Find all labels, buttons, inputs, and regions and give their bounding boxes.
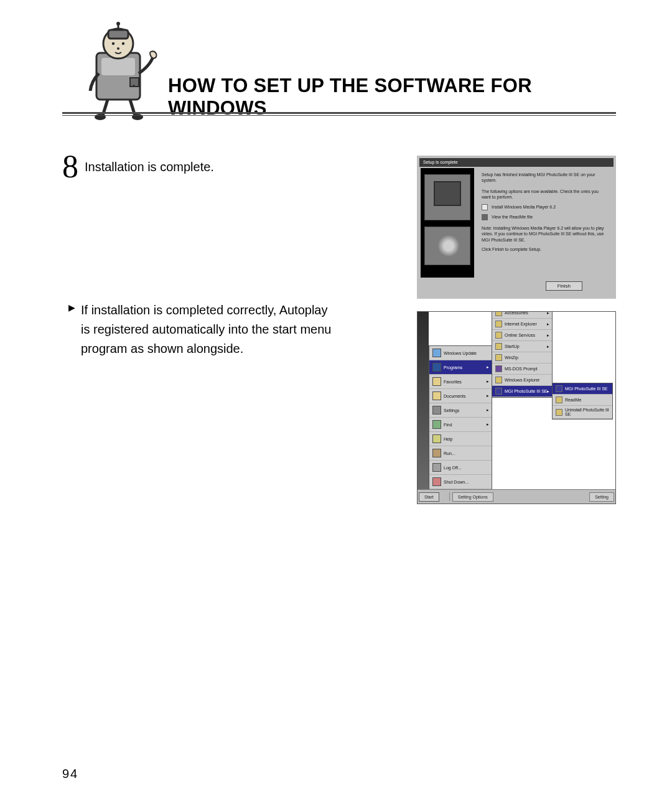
quicklaunch-sep bbox=[444, 492, 450, 501]
programs-icon bbox=[432, 363, 441, 372]
svg-point-7 bbox=[116, 22, 120, 26]
mascot-illustration bbox=[72, 19, 165, 121]
start-menu-screenshot: Windows Update Programs ▸ Favorites ▸ Do… bbox=[417, 311, 616, 504]
programs-sub-item[interactable]: WinZip bbox=[492, 352, 552, 363]
programs-sub-item[interactable]: Accessories▸ bbox=[492, 311, 552, 319]
folder-icon bbox=[495, 354, 502, 361]
note-block: ▶ If installation is completed correctly… bbox=[62, 301, 336, 358]
app-icon bbox=[495, 388, 502, 395]
gear-icon bbox=[432, 406, 441, 415]
search-icon bbox=[432, 420, 441, 429]
dialog-finish-hint: Click Finish to complete Setup. bbox=[482, 246, 607, 252]
start-item-shutdown[interactable]: Shut Down... bbox=[429, 475, 492, 489]
svg-rect-5 bbox=[108, 30, 128, 39]
final-sub-item[interactable]: ReadMe bbox=[553, 395, 612, 406]
programs-sub-item[interactable]: StartUp▸ bbox=[492, 341, 552, 352]
start-item-find[interactable]: Find ▸ bbox=[429, 418, 492, 432]
globe-icon bbox=[432, 349, 441, 357]
logoff-icon bbox=[432, 463, 441, 472]
start-item-settings[interactable]: Settings ▸ bbox=[429, 403, 492, 418]
start-item-logoff[interactable]: Log Off... bbox=[429, 461, 492, 475]
taskbar-item[interactable]: Setting Options bbox=[452, 492, 493, 502]
dialog-option-2: View the ReadMe file bbox=[492, 214, 533, 220]
help-icon bbox=[432, 434, 441, 443]
start-item-favorites[interactable]: Favorites ▸ bbox=[429, 375, 492, 389]
dialog-line1: Setup has finished installing MGI PhotoS… bbox=[482, 172, 607, 184]
dialog-titlebar: Setup is complete bbox=[419, 158, 614, 167]
monitor-icon bbox=[424, 174, 470, 220]
cd-icon bbox=[424, 227, 470, 265]
folder-icon bbox=[495, 343, 502, 350]
final-sub-title[interactable]: MGI PhotoSuite III SE bbox=[553, 383, 612, 395]
svg-point-3 bbox=[133, 85, 135, 87]
folder-icon bbox=[495, 311, 502, 316]
taskbar-tray[interactable]: Setting bbox=[589, 492, 614, 502]
chevron-right-icon: ▸ bbox=[487, 379, 489, 384]
file-icon bbox=[556, 396, 562, 403]
start-item-help[interactable]: Help bbox=[429, 432, 492, 446]
step-text: Installation is complete. bbox=[62, 156, 336, 176]
svg-point-8 bbox=[112, 42, 114, 45]
photosuite-submenu: MGI PhotoSuite III SE ReadMe Uninstall P… bbox=[552, 383, 613, 419]
start-menu-banner bbox=[418, 312, 429, 490]
checkbox-icon[interactable] bbox=[482, 214, 488, 220]
app-icon bbox=[556, 385, 562, 392]
checkbox-icon[interactable] bbox=[482, 204, 488, 210]
svg-point-10 bbox=[117, 47, 119, 50]
taskbar: Start Setting Options Setting bbox=[418, 489, 615, 504]
svg-point-9 bbox=[122, 42, 124, 45]
folder-icon bbox=[495, 332, 502, 339]
start-item-programs[interactable]: Programs ▸ bbox=[429, 360, 492, 375]
page-number: 94 bbox=[62, 767, 78, 781]
run-icon bbox=[432, 449, 441, 457]
star-icon bbox=[432, 377, 441, 386]
shutdown-icon bbox=[432, 477, 441, 486]
dialog-note: Note: Installing Windows Media Player 6.… bbox=[482, 225, 607, 243]
folder-icon bbox=[495, 321, 502, 327]
final-sub-item[interactable]: Uninstall PhotoSuite III SE bbox=[553, 406, 612, 419]
svg-rect-1 bbox=[101, 58, 135, 75]
start-item-documents[interactable]: Documents ▸ bbox=[429, 389, 492, 403]
programs-sub-item[interactable]: Online Services▸ bbox=[492, 330, 552, 341]
programs-sub-item[interactable]: Windows Explorer bbox=[492, 375, 552, 386]
programs-sub-item[interactable]: Internet Explorer▸ bbox=[492, 319, 552, 330]
start-item-winupdate[interactable]: Windows Update bbox=[429, 346, 492, 360]
dialog-line2: The following options are now available.… bbox=[482, 189, 607, 200]
dialog-option-1: Install Windows Media Player 6.2 bbox=[492, 204, 556, 210]
step-number: 8 bbox=[62, 151, 78, 183]
app-icon bbox=[495, 377, 502, 383]
programs-sub-selected[interactable]: MGI PhotoSuite III SE▸ bbox=[492, 386, 552, 397]
chevron-right-icon: ▸ bbox=[487, 422, 489, 427]
chevron-right-icon: ▸ bbox=[487, 365, 489, 370]
start-menu: Windows Update Programs ▸ Favorites ▸ Do… bbox=[429, 345, 492, 490]
app-icon bbox=[495, 365, 502, 372]
start-button[interactable]: Start bbox=[419, 492, 439, 502]
programs-sub-item[interactable]: MS-DOS Prompt bbox=[492, 363, 552, 375]
programs-submenu: Accessories▸ Internet Explorer▸ Online S… bbox=[492, 311, 553, 398]
start-item-run[interactable]: Run... bbox=[429, 446, 492, 461]
install-complete-dialog: Setup is complete Setup has finished ins… bbox=[417, 156, 616, 299]
documents-icon bbox=[432, 391, 441, 400]
pointer-icon: ▶ bbox=[68, 302, 75, 312]
finish-button[interactable]: Finish bbox=[546, 281, 582, 291]
header-rule bbox=[62, 112, 616, 115]
chevron-right-icon: ▸ bbox=[487, 408, 489, 413]
note-text: If installation is completed correctly, … bbox=[81, 301, 336, 358]
uninstall-icon bbox=[556, 409, 562, 416]
chevron-right-icon: ▸ bbox=[487, 393, 489, 398]
